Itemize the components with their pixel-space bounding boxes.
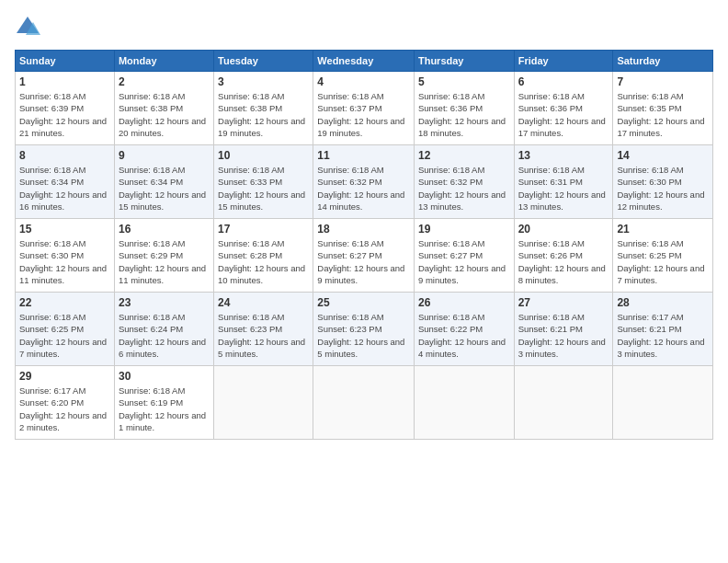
day-number: 1 bbox=[19, 75, 110, 88]
header-sunday: Sunday bbox=[16, 51, 115, 72]
calendar-cell: 24 Sunrise: 6:18 AM Sunset: 6:23 PM Dayl… bbox=[214, 293, 313, 366]
header-saturday: Saturday bbox=[613, 51, 713, 72]
day-number: 15 bbox=[19, 223, 110, 236]
day-info: Sunrise: 6:18 AM Sunset: 6:36 PM Dayligh… bbox=[418, 90, 510, 139]
day-number: 20 bbox=[518, 223, 609, 236]
day-info: Sunrise: 6:18 AM Sunset: 6:35 PM Dayligh… bbox=[617, 90, 709, 139]
day-info: Sunrise: 6:18 AM Sunset: 6:30 PM Dayligh… bbox=[617, 164, 709, 213]
day-number: 30 bbox=[119, 370, 210, 383]
day-info: Sunrise: 6:18 AM Sunset: 6:25 PM Dayligh… bbox=[617, 237, 709, 286]
day-number: 10 bbox=[218, 149, 309, 162]
day-info: Sunrise: 6:18 AM Sunset: 6:39 PM Dayligh… bbox=[19, 90, 110, 139]
calendar-cell: 18 Sunrise: 6:18 AM Sunset: 6:27 PM Dayl… bbox=[313, 219, 415, 293]
calendar-cell: 6 Sunrise: 6:18 AM Sunset: 6:36 PM Dayli… bbox=[514, 72, 613, 145]
calendar-cell: 15 Sunrise: 6:18 AM Sunset: 6:30 PM Dayl… bbox=[16, 219, 115, 293]
calendar-cell: 3 Sunrise: 6:18 AM Sunset: 6:38 PM Dayli… bbox=[214, 72, 313, 145]
day-number: 24 bbox=[218, 296, 309, 309]
day-number: 21 bbox=[617, 223, 709, 236]
day-number: 8 bbox=[19, 149, 110, 162]
day-number: 12 bbox=[418, 149, 510, 162]
day-info: Sunrise: 6:18 AM Sunset: 6:33 PM Dayligh… bbox=[218, 164, 309, 213]
day-number: 26 bbox=[418, 296, 510, 309]
calendar-cell: 12 Sunrise: 6:18 AM Sunset: 6:32 PM Dayl… bbox=[414, 145, 514, 219]
day-number: 25 bbox=[317, 296, 410, 309]
day-info: Sunrise: 6:18 AM Sunset: 6:23 PM Dayligh… bbox=[317, 311, 410, 360]
day-info: Sunrise: 6:18 AM Sunset: 6:36 PM Dayligh… bbox=[518, 90, 609, 139]
header-friday: Friday bbox=[514, 51, 613, 72]
header-tuesday: Tuesday bbox=[214, 51, 313, 72]
calendar-cell: 11 Sunrise: 6:18 AM Sunset: 6:32 PM Dayl… bbox=[313, 145, 415, 219]
day-info: Sunrise: 6:18 AM Sunset: 6:23 PM Dayligh… bbox=[218, 311, 309, 360]
day-number: 18 bbox=[317, 223, 410, 236]
calendar-cell bbox=[313, 366, 415, 440]
calendar-week-row: 8 Sunrise: 6:18 AM Sunset: 6:34 PM Dayli… bbox=[16, 145, 713, 219]
day-number: 13 bbox=[518, 149, 609, 162]
calendar-week-row: 29 Sunrise: 6:17 AM Sunset: 6:20 PM Dayl… bbox=[16, 366, 713, 440]
logo-icon bbox=[15, 15, 40, 40]
day-info: Sunrise: 6:17 AM Sunset: 6:20 PM Dayligh… bbox=[19, 385, 110, 433]
calendar-cell: 30 Sunrise: 6:18 AM Sunset: 6:19 PM Dayl… bbox=[114, 366, 213, 440]
day-info: Sunrise: 6:18 AM Sunset: 6:34 PM Dayligh… bbox=[119, 164, 210, 213]
day-number: 4 bbox=[317, 75, 410, 88]
day-info: Sunrise: 6:18 AM Sunset: 6:34 PM Dayligh… bbox=[19, 164, 110, 213]
day-info: Sunrise: 6:18 AM Sunset: 6:27 PM Dayligh… bbox=[418, 237, 510, 286]
calendar-cell: 16 Sunrise: 6:18 AM Sunset: 6:29 PM Dayl… bbox=[114, 219, 213, 293]
calendar-week-row: 22 Sunrise: 6:18 AM Sunset: 6:25 PM Dayl… bbox=[16, 293, 713, 366]
calendar-cell: 19 Sunrise: 6:18 AM Sunset: 6:27 PM Dayl… bbox=[414, 219, 514, 293]
day-number: 6 bbox=[518, 75, 609, 88]
day-info: Sunrise: 6:18 AM Sunset: 6:21 PM Dayligh… bbox=[518, 311, 609, 360]
day-info: Sunrise: 6:18 AM Sunset: 6:26 PM Dayligh… bbox=[518, 237, 609, 286]
calendar-week-row: 15 Sunrise: 6:18 AM Sunset: 6:30 PM Dayl… bbox=[16, 219, 713, 293]
calendar-cell: 27 Sunrise: 6:18 AM Sunset: 6:21 PM Dayl… bbox=[514, 293, 613, 366]
calendar-cell: 23 Sunrise: 6:18 AM Sunset: 6:24 PM Dayl… bbox=[114, 293, 213, 366]
header-thursday: Thursday bbox=[414, 51, 514, 72]
calendar-cell: 29 Sunrise: 6:17 AM Sunset: 6:20 PM Dayl… bbox=[16, 366, 115, 440]
day-number: 28 bbox=[617, 296, 709, 309]
calendar-cell: 9 Sunrise: 6:18 AM Sunset: 6:34 PM Dayli… bbox=[114, 145, 213, 219]
day-number: 14 bbox=[617, 149, 709, 162]
day-number: 3 bbox=[218, 75, 309, 88]
day-number: 19 bbox=[418, 223, 510, 236]
day-info: Sunrise: 6:18 AM Sunset: 6:30 PM Dayligh… bbox=[19, 237, 110, 286]
day-info: Sunrise: 6:18 AM Sunset: 6:29 PM Dayligh… bbox=[119, 237, 210, 286]
calendar-cell: 28 Sunrise: 6:17 AM Sunset: 6:21 PM Dayl… bbox=[613, 293, 713, 366]
day-info: Sunrise: 6:18 AM Sunset: 6:25 PM Dayligh… bbox=[19, 311, 110, 360]
day-number: 9 bbox=[119, 149, 210, 162]
calendar-table: SundayMondayTuesdayWednesdayThursdayFrid… bbox=[15, 50, 713, 440]
header-wednesday: Wednesday bbox=[313, 51, 415, 72]
calendar-week-row: 1 Sunrise: 6:18 AM Sunset: 6:39 PM Dayli… bbox=[16, 72, 713, 145]
logo bbox=[15, 15, 44, 40]
calendar-cell bbox=[514, 366, 613, 440]
day-info: Sunrise: 6:18 AM Sunset: 6:37 PM Dayligh… bbox=[317, 90, 410, 139]
day-number: 23 bbox=[119, 296, 210, 309]
day-info: Sunrise: 6:18 AM Sunset: 6:28 PM Dayligh… bbox=[218, 237, 309, 286]
day-info: Sunrise: 6:18 AM Sunset: 6:22 PM Dayligh… bbox=[418, 311, 510, 360]
calendar-cell: 20 Sunrise: 6:18 AM Sunset: 6:26 PM Dayl… bbox=[514, 219, 613, 293]
day-info: Sunrise: 6:18 AM Sunset: 6:24 PM Dayligh… bbox=[119, 311, 210, 360]
calendar-cell: 26 Sunrise: 6:18 AM Sunset: 6:22 PM Dayl… bbox=[414, 293, 514, 366]
day-info: Sunrise: 6:18 AM Sunset: 6:27 PM Dayligh… bbox=[317, 237, 410, 286]
calendar-cell: 2 Sunrise: 6:18 AM Sunset: 6:38 PM Dayli… bbox=[114, 72, 213, 145]
day-number: 29 bbox=[19, 370, 110, 383]
calendar-cell: 25 Sunrise: 6:18 AM Sunset: 6:23 PM Dayl… bbox=[313, 293, 415, 366]
day-number: 2 bbox=[119, 75, 210, 88]
calendar-cell: 7 Sunrise: 6:18 AM Sunset: 6:35 PM Dayli… bbox=[613, 72, 713, 145]
day-info: Sunrise: 6:18 AM Sunset: 6:38 PM Dayligh… bbox=[119, 90, 210, 139]
calendar-cell: 5 Sunrise: 6:18 AM Sunset: 6:36 PM Dayli… bbox=[414, 72, 514, 145]
day-number: 11 bbox=[317, 149, 410, 162]
day-info: Sunrise: 6:18 AM Sunset: 6:31 PM Dayligh… bbox=[518, 164, 609, 213]
day-info: Sunrise: 6:18 AM Sunset: 6:19 PM Dayligh… bbox=[119, 385, 210, 433]
day-info: Sunrise: 6:18 AM Sunset: 6:38 PM Dayligh… bbox=[218, 90, 309, 139]
calendar-cell bbox=[414, 366, 514, 440]
calendar-cell: 1 Sunrise: 6:18 AM Sunset: 6:39 PM Dayli… bbox=[16, 72, 115, 145]
day-info: Sunrise: 6:18 AM Sunset: 6:32 PM Dayligh… bbox=[317, 164, 410, 213]
day-number: 27 bbox=[518, 296, 609, 309]
calendar-cell: 21 Sunrise: 6:18 AM Sunset: 6:25 PM Dayl… bbox=[613, 219, 713, 293]
calendar-cell: 4 Sunrise: 6:18 AM Sunset: 6:37 PM Dayli… bbox=[313, 72, 415, 145]
calendar-cell: 14 Sunrise: 6:18 AM Sunset: 6:30 PM Dayl… bbox=[613, 145, 713, 219]
calendar-cell bbox=[613, 366, 713, 440]
day-number: 7 bbox=[617, 75, 709, 88]
day-number: 17 bbox=[218, 223, 309, 236]
calendar-cell: 10 Sunrise: 6:18 AM Sunset: 6:33 PM Dayl… bbox=[214, 145, 313, 219]
calendar-cell: 17 Sunrise: 6:18 AM Sunset: 6:28 PM Dayl… bbox=[214, 219, 313, 293]
